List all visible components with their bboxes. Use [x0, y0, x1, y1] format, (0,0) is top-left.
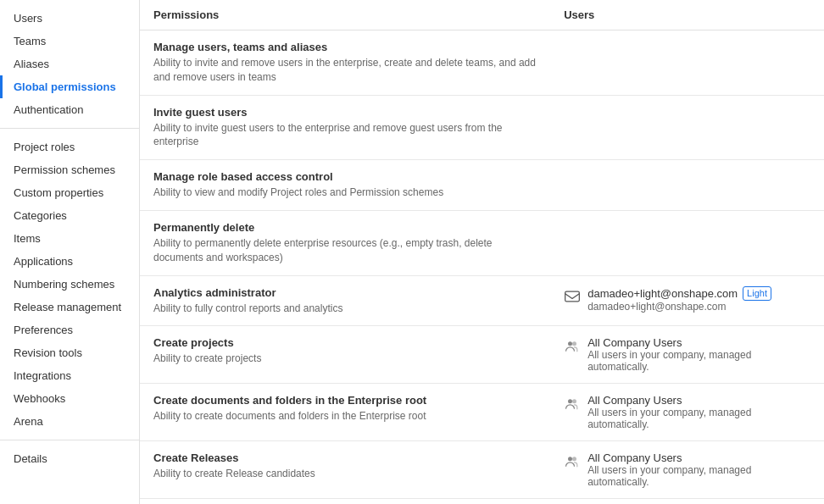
user-info: All Company UsersAll users in your compa… — [587, 336, 810, 373]
user-entry: All Company UsersAll users in your compa… — [564, 451, 810, 488]
sidebar-item-applications[interactable]: Applications — [0, 250, 139, 273]
user-info: All Company UsersAll users in your compa… — [587, 394, 810, 430]
users-cell: All Company UsersAll users in your compa… — [550, 441, 824, 499]
user-info: damadeo+light@onshape.comLightdamadeo+li… — [587, 286, 771, 313]
sidebar-divider — [0, 440, 139, 440]
permission-cell: Manage role based access controlAbility … — [140, 160, 550, 211]
user-group-name: All Company Users — [587, 394, 810, 407]
sidebar-item-categories[interactable]: Categories — [0, 204, 139, 227]
svg-rect-0 — [565, 291, 580, 302]
users-cell: All Company UsersAll users in your compa… — [550, 499, 824, 504]
sidebar-item-items[interactable]: Items — [0, 227, 139, 250]
table-row: Analytics administratorAbility to fully … — [140, 275, 824, 326]
permission-cell: Invite guest usersAbility to invite gues… — [140, 95, 550, 160]
svg-point-4 — [572, 400, 576, 404]
svg-point-2 — [572, 342, 576, 346]
users-cell — [550, 160, 824, 211]
sidebar-item-custom-properties[interactable]: Custom properties — [0, 181, 139, 204]
sidebar-item-users[interactable]: Users — [0, 7, 139, 30]
sidebar-item-preferences[interactable]: Preferences — [0, 318, 139, 341]
sidebar-item-project-roles[interactable]: Project roles — [0, 136, 139, 158]
svg-point-5 — [568, 457, 572, 462]
sidebar-item-aliases[interactable]: Aliases — [0, 53, 139, 75]
table-row: Manage role based access controlAbility … — [140, 160, 824, 211]
permission-desc: Ability to create documents and folders … — [153, 409, 537, 424]
permission-cell: Create documents and folders in the Ente… — [140, 384, 550, 441]
group-icon — [564, 338, 581, 357]
sidebar-item-webhooks[interactable]: Webhooks — [0, 387, 139, 410]
sidebar-item-integrations[interactable]: Integrations — [0, 364, 139, 387]
light-badge: Light — [743, 286, 771, 301]
permission-name: Analytics administrator — [153, 286, 537, 299]
permission-name: Manage users, teams and aliases — [153, 41, 537, 53]
table-row: Create documents and folders in the Ente… — [140, 384, 824, 441]
sidebar-item-global-permissions[interactable]: Global permissions — [0, 75, 139, 98]
svg-point-6 — [572, 457, 576, 462]
sidebar-item-numbering-schemes[interactable]: Numbering schemes — [0, 273, 139, 296]
permission-desc: Ability to permanently delete enterprise… — [153, 236, 537, 265]
permission-desc: Ability to invite and remove users in th… — [153, 56, 537, 85]
user-group-sub: All users in your company, managed autom… — [587, 349, 810, 373]
permission-cell: Analytics administratorAbility to fully … — [140, 275, 550, 326]
sidebar-item-details[interactable]: Details — [0, 447, 139, 470]
user-entry: All Company UsersAll users in your compa… — [564, 336, 810, 373]
user-group-sub: All users in your company, managed autom… — [587, 464, 810, 488]
permission-name: Create Releases — [153, 451, 537, 464]
sidebar-item-teams[interactable]: Teams — [0, 30, 139, 53]
svg-point-1 — [568, 342, 572, 346]
permission-desc: Ability to create Release candidates — [153, 467, 537, 481]
users-cell: All Company UsersAll users in your compa… — [550, 326, 824, 384]
permission-name: Manage role based access control — [153, 170, 537, 183]
permission-cell: Permanently deleteAbility to permanently… — [140, 210, 550, 275]
user-group-name: All Company Users — [587, 451, 810, 464]
table-row: Create projectsAbility to create project… — [140, 326, 824, 384]
sidebar-item-permission-schemes[interactable]: Permission schemes — [0, 158, 139, 181]
main-content: Permissions Users Manage users, teams an… — [140, 0, 824, 504]
users-cell — [550, 210, 824, 275]
sidebar-item-authentication[interactable]: Authentication — [0, 98, 139, 121]
email-icon — [564, 288, 581, 307]
permission-name: Create documents and folders in the Ente… — [153, 394, 537, 407]
table-row: Permanently deleteAbility to permanently… — [140, 210, 824, 275]
group-icon — [564, 396, 581, 415]
permissions-table: Permissions Users Manage users, teams an… — [140, 0, 824, 504]
permission-cell: Manage users, teams and aliasesAbility t… — [140, 30, 550, 96]
permission-cell: Create ReleasesAbility to create Release… — [140, 441, 550, 499]
users-cell: All Company UsersAll users in your compa… — [550, 384, 824, 441]
user-entry: damadeo+light@onshape.comLightdamadeo+li… — [564, 286, 810, 313]
user-email: damadeo+light@onshape.com — [587, 287, 738, 300]
user-group-sub: All users in your company, managed autom… — [587, 407, 810, 430]
user-info: All Company UsersAll users in your compa… — [587, 451, 810, 488]
permission-name: Create projects — [153, 336, 537, 349]
sidebar-item-revision-tools[interactable]: Revision tools — [0, 341, 139, 364]
sidebar: UsersTeamsAliasesGlobal permissionsAuthe… — [0, 0, 140, 504]
table-row: Create ReleasesAbility to create Release… — [140, 441, 824, 499]
user-entry: All Company UsersAll users in your compa… — [564, 394, 810, 430]
user-group-name: All Company Users — [587, 336, 810, 349]
col-users: Users — [550, 0, 824, 30]
permission-name: Permanently delete — [153, 221, 537, 234]
users-cell: damadeo+light@onshape.comLightdamadeo+li… — [550, 275, 824, 326]
permission-desc: Ability to create projects — [153, 352, 537, 366]
users-cell — [550, 30, 824, 96]
permission-cell: Create projectsAbility to create project… — [140, 326, 550, 384]
table-row: Create taskAbility to create tasks All C… — [140, 499, 824, 504]
permission-desc: Ability to view and modify Project roles… — [153, 186, 537, 200]
user-sub-email: damadeo+light@onshape.com — [587, 301, 771, 313]
permission-name: Invite guest users — [153, 106, 537, 119]
users-cell — [550, 95, 824, 160]
permission-desc: Ability to invite guest users to the ent… — [153, 121, 537, 150]
svg-point-3 — [568, 400, 572, 404]
group-icon — [564, 453, 581, 473]
sidebar-divider — [0, 128, 139, 129]
sidebar-item-release-management[interactable]: Release management — [0, 296, 139, 318]
sidebar-item-arena[interactable]: Arena — [0, 410, 139, 433]
table-row: Invite guest usersAbility to invite gues… — [140, 95, 824, 160]
permission-cell: Create taskAbility to create tasks — [140, 499, 550, 504]
permission-desc: Ability to fully control reports and ana… — [153, 302, 537, 316]
table-row: Manage users, teams and aliasesAbility t… — [140, 30, 824, 96]
col-permissions: Permissions — [140, 0, 550, 30]
